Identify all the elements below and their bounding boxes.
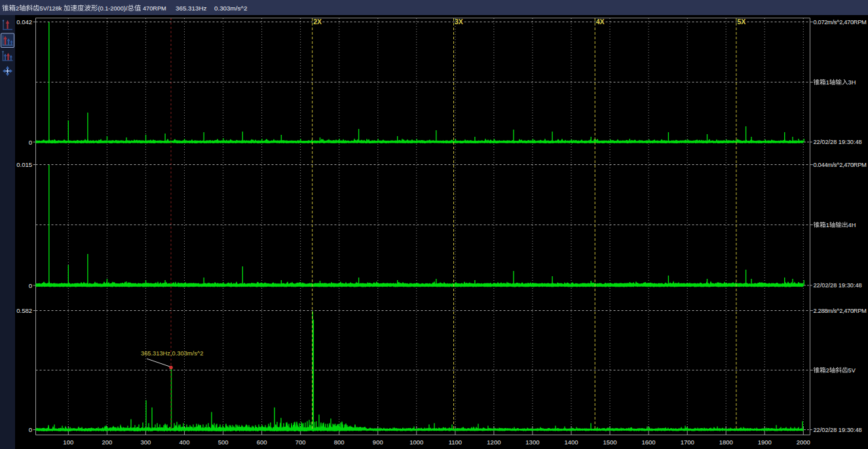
svg-text:19:30:48: 19:30:48 bbox=[839, 282, 862, 289]
svg-text:0.044m/s^2,470RPM: 0.044m/s^2,470RPM bbox=[814, 162, 867, 168]
svg-text:0.015: 0.015 bbox=[16, 161, 32, 168]
svg-text:1700: 1700 bbox=[681, 439, 694, 446]
svg-text:1900: 1900 bbox=[758, 439, 772, 446]
svg-text:0.582: 0.582 bbox=[16, 307, 32, 314]
svg-text:300: 300 bbox=[140, 439, 151, 446]
svg-text:2000: 2000 bbox=[797, 439, 810, 446]
svg-text:1: 1 bbox=[826, 222, 829, 228]
svg-text:470RPM: 470RPM bbox=[143, 5, 166, 12]
svg-text:1: 1 bbox=[826, 79, 829, 86]
svg-text:22/02/28: 22/02/28 bbox=[814, 427, 837, 433]
svg-text:22/02/28: 22/02/28 bbox=[814, 282, 837, 289]
svg-text:0: 0 bbox=[29, 282, 32, 289]
svg-text:2: 2 bbox=[16, 5, 19, 12]
svg-text:0.303m/s^2: 0.303m/s^2 bbox=[214, 5, 247, 12]
svg-text:(0.1-2000)/: (0.1-2000)/ bbox=[98, 5, 127, 12]
svg-text:1200: 1200 bbox=[487, 439, 500, 446]
svg-text:4X: 4X bbox=[596, 18, 605, 26]
svg-text:4H: 4H bbox=[848, 222, 856, 228]
svg-text:0: 0 bbox=[29, 426, 32, 433]
svg-text:1500: 1500 bbox=[603, 439, 616, 446]
svg-text:365.313Hz,0.303m/s^2: 365.313Hz,0.303m/s^2 bbox=[141, 350, 203, 357]
svg-text:0: 0 bbox=[29, 139, 32, 146]
svg-text:0.072m/s^2,470RPM: 0.072m/s^2,470RPM bbox=[814, 19, 867, 26]
svg-text:3H: 3H bbox=[848, 79, 856, 86]
svg-text:19:30:48: 19:30:48 bbox=[839, 139, 862, 145]
svg-text:3X: 3X bbox=[455, 18, 463, 26]
svg-text:2X: 2X bbox=[313, 18, 322, 26]
svg-text:2.288m/s^2,470RPM: 2.288m/s^2,470RPM bbox=[814, 308, 867, 314]
svg-text:1100: 1100 bbox=[449, 439, 462, 446]
svg-text:19:30:48: 19:30:48 bbox=[839, 427, 862, 433]
svg-text:2: 2 bbox=[826, 367, 829, 374]
svg-text:5V: 5V bbox=[848, 367, 856, 374]
svg-text:1000: 1000 bbox=[409, 439, 423, 446]
svg-text:22/02/28: 22/02/28 bbox=[814, 139, 837, 145]
svg-text:365.313Hz: 365.313Hz bbox=[176, 5, 207, 12]
svg-text:400: 400 bbox=[179, 439, 190, 446]
svg-text:1400: 1400 bbox=[564, 439, 578, 446]
svg-text:800: 800 bbox=[334, 439, 345, 446]
svg-text:200: 200 bbox=[102, 439, 112, 446]
svg-text:700: 700 bbox=[295, 439, 306, 446]
svg-text:100: 100 bbox=[63, 439, 73, 446]
svg-text:5X: 5X bbox=[737, 18, 745, 26]
svg-text:900: 900 bbox=[373, 439, 383, 446]
svg-text:1800: 1800 bbox=[719, 439, 733, 446]
svg-text:0.042: 0.042 bbox=[16, 18, 32, 26]
svg-text:5V/128k: 5V/128k bbox=[40, 5, 62, 12]
svg-text:500: 500 bbox=[218, 439, 229, 446]
svg-text:600: 600 bbox=[257, 439, 267, 446]
svg-text:1600: 1600 bbox=[642, 439, 656, 446]
svg-text:1300: 1300 bbox=[525, 439, 539, 446]
